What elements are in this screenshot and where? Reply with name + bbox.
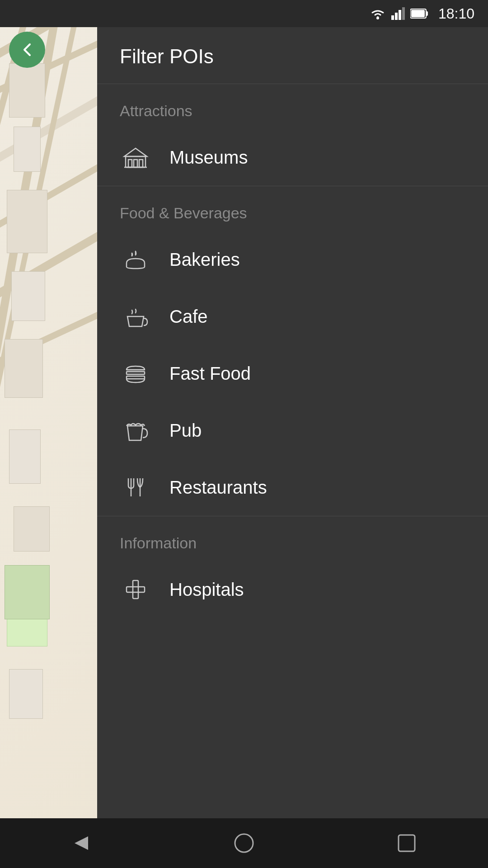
museums-label: Museums bbox=[169, 147, 248, 168]
main-panel: Filter POIs Attractions Museums bbox=[97, 27, 488, 868]
hospitals-label: Hospitals bbox=[169, 580, 244, 600]
signal-icon bbox=[391, 7, 405, 20]
status-icons: 18:10 bbox=[370, 5, 474, 22]
section-attractions: Attractions Museums bbox=[97, 84, 488, 186]
pub-label: Pub bbox=[169, 420, 202, 441]
section-attractions-header: Attractions bbox=[97, 84, 488, 129]
menu-item-bakeries[interactable]: Bakeries bbox=[97, 231, 488, 288]
map-area bbox=[0, 0, 97, 868]
nav-home-button[interactable] bbox=[217, 825, 271, 861]
restaurants-label: Restaurants bbox=[169, 477, 267, 498]
svg-rect-11 bbox=[139, 160, 143, 167]
section-food-beverages: Food & Beverages Bakeries bbox=[97, 186, 488, 516]
svg-point-24 bbox=[235, 834, 253, 852]
svg-rect-25 bbox=[399, 835, 415, 851]
panel-header: Filter POIs bbox=[97, 27, 488, 84]
svg-rect-2 bbox=[395, 13, 398, 20]
wifi-icon bbox=[370, 7, 386, 20]
svg-marker-23 bbox=[75, 836, 88, 850]
pub-icon bbox=[120, 415, 151, 446]
menu-item-cafe[interactable]: Cafe bbox=[97, 288, 488, 345]
svg-marker-12 bbox=[124, 148, 147, 156]
menu-item-pub[interactable]: Pub bbox=[97, 402, 488, 459]
battery-icon bbox=[410, 8, 428, 19]
menu-item-fast-food[interactable]: Fast Food bbox=[97, 345, 488, 402]
navigation-bar bbox=[0, 818, 488, 868]
status-bar: 18:10 bbox=[0, 0, 488, 27]
back-button[interactable] bbox=[9, 32, 45, 68]
bakeries-label: Bakeries bbox=[169, 250, 240, 270]
fast-food-icon bbox=[120, 358, 151, 389]
menu-item-hospitals[interactable]: Hospitals bbox=[97, 561, 488, 618]
svg-rect-21 bbox=[133, 580, 138, 599]
svg-rect-3 bbox=[399, 10, 401, 20]
svg-rect-7 bbox=[411, 10, 425, 17]
hospital-icon bbox=[120, 574, 151, 605]
svg-rect-9 bbox=[128, 160, 132, 167]
section-information-header: Information bbox=[97, 516, 488, 561]
museum-icon bbox=[120, 142, 151, 173]
nav-back-button[interactable] bbox=[54, 825, 108, 861]
svg-rect-4 bbox=[402, 7, 405, 20]
section-food-header: Food & Beverages bbox=[97, 186, 488, 231]
svg-rect-10 bbox=[134, 160, 137, 167]
svg-rect-17 bbox=[127, 376, 145, 379]
cafe-label: Cafe bbox=[169, 307, 208, 327]
nav-recents-button[interactable] bbox=[380, 825, 434, 861]
menu-item-museums[interactable]: Museums bbox=[97, 129, 488, 186]
status-time: 18:10 bbox=[438, 5, 474, 22]
svg-rect-16 bbox=[127, 372, 145, 374]
panel-title: Filter POIs bbox=[120, 45, 214, 67]
restaurants-icon bbox=[120, 472, 151, 503]
fast-food-label: Fast Food bbox=[169, 363, 251, 384]
menu-item-restaurants[interactable]: Restaurants bbox=[97, 459, 488, 516]
svg-point-0 bbox=[376, 17, 379, 19]
svg-rect-22 bbox=[127, 587, 145, 592]
section-information: Information Hospitals bbox=[97, 516, 488, 618]
svg-rect-1 bbox=[391, 15, 394, 20]
cafe-icon bbox=[120, 301, 151, 332]
bakery-icon bbox=[120, 244, 151, 275]
svg-rect-6 bbox=[426, 11, 428, 16]
map-background bbox=[0, 0, 97, 868]
